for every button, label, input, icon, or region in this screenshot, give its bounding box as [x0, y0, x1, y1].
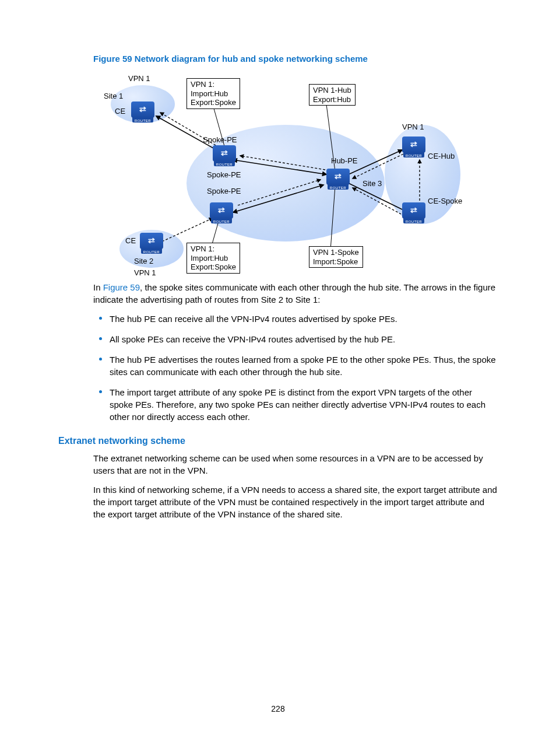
router-ce2: ⇄ ROUTER [140, 233, 163, 254]
label-spoke-pe-b: Spoke-PE [207, 170, 241, 180]
router-ce-spoke: ⇄ ROUTER [402, 202, 425, 223]
figure-reference[interactable]: Figure 59 [103, 282, 140, 292]
label-spoke-pe-a: Spoke-PE [203, 135, 237, 145]
box-top-left: VPN 1: Import:Hub Export:Spoke [186, 78, 240, 109]
section-subhead: Extranet networking scheme [58, 435, 498, 447]
page-number: 228 [0, 704, 556, 715]
intro-suffix: , the spoke sites communicate with each … [93, 282, 495, 304]
list-item: All spoke PEs can receive the VPN-IPv4 r… [93, 333, 498, 345]
intro-prefix: In [93, 282, 103, 292]
label-vpn1-c: VPN 1 [134, 268, 156, 278]
label-site3: Site 3 [363, 178, 382, 189]
list-item: The hub PE can receive all the VPN-IPv4 … [93, 313, 498, 325]
router-ce1: ⇄ ROUTER [131, 102, 154, 123]
label-vpn1-b: VPN 1 [402, 122, 424, 132]
box-bottom-left: VPN 1: Import:Hub Export:Spoke [186, 243, 240, 274]
extranet-para-1: The extranet networking scheme can be us… [93, 452, 498, 477]
label-site2: Site 2 [134, 256, 153, 267]
box-bottom-right: VPN 1-Spoke Import:Spoke [309, 246, 363, 268]
figure-caption: Figure 59 Network diagram for hub and sp… [93, 52, 498, 65]
router-spoke-pe-top: ⇄ ROUTER [213, 145, 236, 166]
label-ce-hub: CE-Hub [428, 151, 455, 162]
router-ce-hub: ⇄ ROUTER [402, 136, 425, 158]
bullet-list: The hub PE can receive all the VPN-IPv4 … [93, 313, 498, 423]
extranet-para-2: In this kind of networking scheme, if a … [93, 484, 498, 520]
extranet-block: The extranet networking scheme can be us… [93, 452, 498, 520]
page: Figure 59 Network diagram for hub and sp… [0, 0, 556, 756]
label-hub-pe: Hub-PE [331, 156, 358, 166]
label-ce-a: CE [115, 106, 125, 117]
list-item: The hub PE advertises the routes learned… [93, 354, 498, 378]
router-hub-pe: ⇄ ROUTER [326, 169, 350, 190]
network-diagram: ⇄ ROUTER ⇄ ROUTER ⇄ ROUTER ⇄ ROUTER ⇄ RO… [93, 69, 466, 276]
router-spoke-pe-bottom: ⇄ ROUTER [210, 202, 233, 223]
list-item: The import target attribute of any spoke… [93, 386, 498, 423]
body-block: In Figure 59, the spoke sites communicat… [93, 281, 498, 423]
label-ce-spoke: CE-Spoke [428, 196, 462, 206]
intro-paragraph: In Figure 59, the spoke sites communicat… [93, 281, 498, 306]
label-ce-b: CE [125, 236, 136, 246]
label-spoke-pe-c: Spoke-PE [207, 186, 241, 197]
label-site1: Site 1 [104, 91, 123, 102]
label-vpn1-a: VPN 1 [128, 74, 150, 84]
box-top-right: VPN 1-Hub Export:Hub [309, 84, 356, 106]
